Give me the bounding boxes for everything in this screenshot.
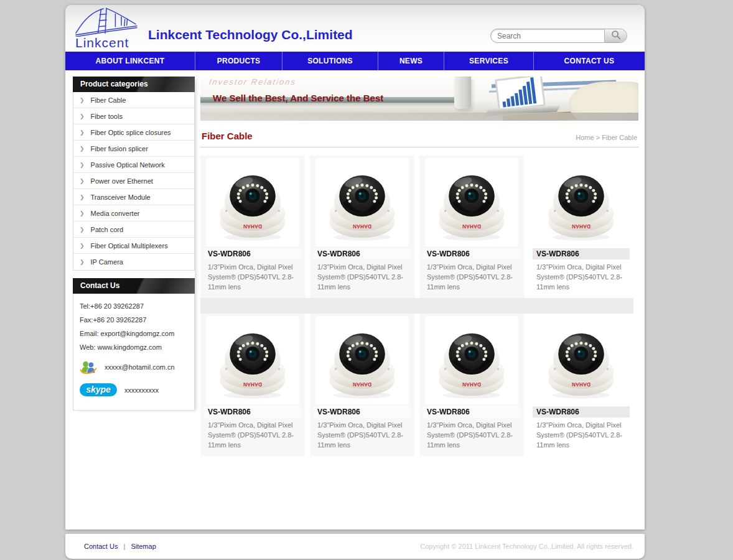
contact-web: Web: www.kingdomgz.com (80, 343, 188, 351)
product-image[interactable]: DAHAN (425, 316, 518, 404)
sidebar-item-media-converter[interactable]: ❯Media converter (73, 205, 194, 222)
search-input[interactable] (491, 29, 604, 42)
contact-fax: Fax:+86 20 39262287 (80, 316, 188, 324)
nav-solutions[interactable]: SOLUTIONS (282, 52, 378, 70)
product-card[interactable]: DAHAN VS-WDR806 1/3″Pixim Orca, Digital … (419, 156, 524, 298)
search-icon (610, 29, 622, 40)
product-image[interactable]: DAHAN (535, 316, 628, 404)
sidebar-item-splice-closures[interactable]: ❯Fiber Optic splice closures (73, 124, 194, 141)
page-title-row: Fiber Cable Home > Fiber Cable (202, 131, 637, 141)
product-card[interactable]: DAHAN VS-WDR806 1/3″Pixim Orca, Digital … (200, 314, 305, 456)
dome-camera-image: DAHAN (429, 317, 515, 403)
msn-row: xxxxx@hotamil.com.cn (80, 358, 188, 376)
sidebar-gap (73, 271, 195, 278)
page-title: Fiber Cable (202, 131, 253, 141)
chevron-right-icon: ❯ (80, 243, 85, 249)
nav-products[interactable]: PRODUCTS (195, 52, 282, 70)
sidebar-item-fusion-splicer[interactable]: ❯Fiber fusion splicer (73, 141, 194, 157)
contact-header: Contact Us (73, 278, 195, 294)
footer-sitemap-link[interactable]: Sitemap (131, 543, 156, 550)
nav-news[interactable]: NEWS (378, 52, 444, 70)
breadcrumb-home[interactable]: Home (576, 134, 594, 141)
dome-camera-image: DAHAN (429, 159, 515, 245)
breadcrumb: Home > Fiber Cable (576, 134, 637, 141)
dome-camera-image: DAHAN (319, 317, 405, 403)
chevron-right-icon: ❯ (80, 259, 85, 265)
contact-tel: Tel:+86 20 39262287 (80, 302, 188, 310)
product-name[interactable]: VS-WDR806 (423, 406, 520, 418)
product-name[interactable]: VS-WDR806 (533, 406, 630, 418)
product-card[interactable]: DAHAN VS-WDR806 1/3″Pixim Orca, Digital … (529, 156, 633, 298)
search-button[interactable] (604, 29, 627, 42)
contact-box: Tel:+86 20 39262287 Fax:+86 20 39262287 … (73, 294, 195, 411)
nav-about[interactable]: ABOUT LINKCENT (65, 52, 195, 70)
breadcrumb-current: Fiber Cable (602, 134, 637, 141)
sidebar-item-passive-optical-network[interactable]: ❯Passive Optical Network (73, 157, 194, 173)
site-wrapper: Linkcent Linkcent Technology Co.,Limited… (65, 5, 645, 559)
product-name[interactable]: VS-WDR806 (204, 406, 301, 418)
sidebar-item-transceiver-module[interactable]: ❯Transceiver Module (73, 189, 194, 205)
skype-row: skype xxxxxxxxxx (80, 383, 188, 396)
svg-text:DAHAN: DAHAN (572, 223, 591, 229)
sidebar-item-ip-camera[interactable]: ❯IP Camera (73, 254, 194, 270)
logo-wordmark: Linkcent (73, 35, 141, 50)
product-description: 1/3″Pixim Orca, Digital Pixel System® (D… (208, 420, 301, 450)
product-name[interactable]: VS-WDR806 (533, 248, 630, 259)
sidebar-item-power-over-ethernet[interactable]: ❯Power over Ethernet (73, 173, 194, 189)
product-card[interactable]: DAHAN VS-WDR806 1/3″Pixim Orca, Digital … (419, 314, 524, 456)
skype-logo: skype (80, 383, 117, 396)
divider-line (200, 147, 638, 147)
sidebar-item-optical-multiplexers[interactable]: ❯Fiber Optical Multiplexers (73, 238, 194, 254)
product-card[interactable]: DAHAN VS-WDR806 1/3″Pixim Orca, Digital … (310, 314, 414, 456)
product-image[interactable]: DAHAN (535, 158, 628, 246)
dome-camera-image: DAHAN (210, 159, 296, 245)
svg-text:DAHAN: DAHAN (243, 223, 262, 229)
sidebar-item-fiber-cable[interactable]: ❯Fiber Cable (73, 92, 194, 108)
nav-services[interactable]: SERVICES (444, 52, 533, 70)
msn-address: xxxxx@hotamil.com.cn (105, 363, 175, 371)
svg-text:DAHAN: DAHAN (462, 381, 481, 387)
sidebar-item-fiber-tools[interactable]: ❯Fiber tools (73, 108, 194, 124)
banner-watermark: Investor Relations (208, 77, 297, 86)
product-name[interactable]: VS-WDR806 (423, 248, 520, 259)
sidebar-item-patch-cord[interactable]: ❯Patch cord (73, 222, 194, 238)
product-description: 1/3″Pixim Orca, Digital Pixel System® (D… (427, 420, 520, 450)
product-description: 1/3″Pixim Orca, Digital Pixel System® (D… (427, 262, 520, 292)
categories-list: ❯Fiber Cable ❯Fiber tools ❯Fiber Optic s… (73, 92, 195, 271)
svg-text:DAHAN: DAHAN (462, 223, 481, 229)
banner-pillar-shape (454, 77, 471, 109)
chevron-right-icon: ❯ (80, 178, 85, 184)
msn-messenger-icon (80, 358, 97, 376)
svg-text:DAHAN: DAHAN (353, 381, 371, 387)
product-image[interactable]: DAHAN (206, 158, 299, 246)
product-card[interactable]: DAHAN VS-WDR806 1/3″Pixim Orca, Digital … (200, 156, 305, 298)
chevron-right-icon: ❯ (80, 146, 85, 152)
product-row-1: DAHAN VS-WDR806 1/3″Pixim Orca, Digital … (200, 156, 638, 298)
main-nav: ABOUT LINKCENT PRODUCTS SOLUTIONS NEWS S… (65, 52, 645, 70)
dome-camera-image: DAHAN (538, 159, 624, 245)
footer-links: Contact Us | Sitemap (84, 543, 156, 550)
chevron-right-icon: ❯ (80, 162, 85, 168)
svg-text:DAHAN: DAHAN (243, 381, 262, 387)
product-card[interactable]: DAHAN VS-WDR806 1/3″Pixim Orca, Digital … (529, 314, 633, 456)
product-image[interactable]: DAHAN (315, 316, 409, 404)
copyright-text: Copyright © 2011 Linkcent Technology Co.… (420, 543, 633, 550)
search-box (490, 29, 627, 43)
product-row-2: DAHAN VS-WDR806 1/3″Pixim Orca, Digital … (200, 314, 638, 456)
footer-contact-link[interactable]: Contact Us (84, 543, 118, 550)
product-card[interactable]: DAHAN VS-WDR806 1/3″Pixim Orca, Digital … (310, 156, 414, 298)
nav-contact[interactable]: CONTACT US (533, 52, 645, 70)
bridge-logo-icon (73, 7, 140, 37)
product-name[interactable]: VS-WDR806 (314, 248, 411, 259)
product-name[interactable]: VS-WDR806 (204, 248, 301, 259)
company-logo[interactable]: Linkcent (73, 7, 141, 50)
product-image[interactable]: DAHAN (425, 158, 518, 246)
product-image[interactable]: DAHAN (206, 316, 299, 404)
product-image[interactable]: DAHAN (315, 158, 409, 246)
dome-camera-image: DAHAN (538, 317, 624, 403)
product-name[interactable]: VS-WDR806 (314, 406, 411, 418)
contact-email: Email: export@kingdomgz.com (80, 330, 188, 337)
site-footer: Contact Us | Sitemap Copyright © 2011 Li… (65, 534, 645, 559)
chevron-right-icon: ❯ (80, 194, 85, 200)
main-panel: Linkcent Linkcent Technology Co.,Limited… (65, 5, 645, 530)
